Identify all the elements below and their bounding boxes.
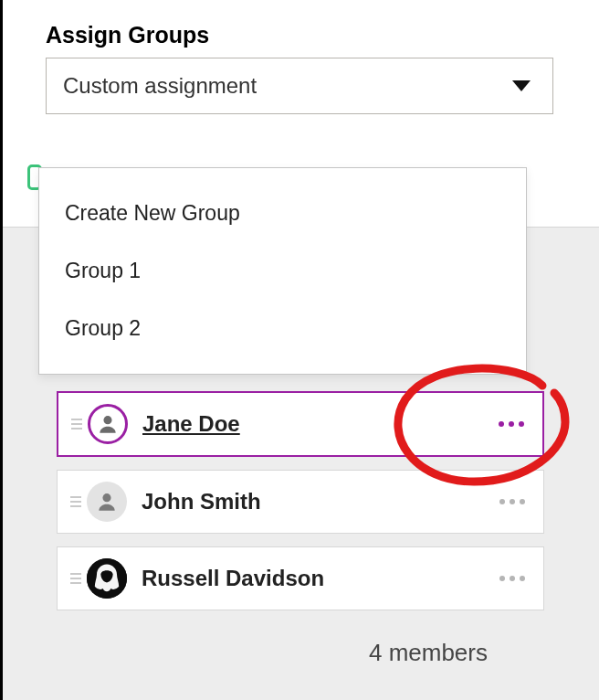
- dropdown-create-new-group[interactable]: Create New Group: [39, 185, 526, 242]
- member-name[interactable]: Jane Doe: [142, 411, 493, 437]
- member-list: Jane Doe John Smith: [57, 391, 544, 623]
- assignment-select-value: Custom assignment: [63, 73, 257, 99]
- top-section: Assign Groups Custom assignment: [0, 0, 599, 114]
- svg-rect-2: [87, 558, 127, 599]
- user-icon: [96, 412, 120, 436]
- section-title: Assign Groups: [46, 22, 553, 48]
- drag-handle-icon[interactable]: [71, 419, 82, 430]
- member-row[interactable]: Jane Doe: [57, 391, 544, 457]
- member-name: Russell Davidson: [142, 566, 494, 591]
- more-options-button[interactable]: [494, 570, 531, 587]
- dot-icon: [510, 499, 515, 504]
- svg-point-0: [103, 416, 111, 424]
- member-name: John Smith: [142, 489, 494, 514]
- member-row[interactable]: Russell Davidson: [57, 546, 544, 610]
- member-row[interactable]: John Smith: [57, 470, 544, 534]
- dot-icon: [520, 576, 525, 581]
- svg-point-3: [101, 573, 105, 577]
- dot-icon: [499, 421, 504, 427]
- avatar: [87, 558, 127, 599]
- dropdown-group-1[interactable]: Group 1: [39, 242, 526, 300]
- svg-point-1: [102, 493, 110, 502]
- dot-icon: [509, 421, 514, 427]
- more-options-button[interactable]: [493, 416, 530, 432]
- chevron-down-icon: [512, 80, 531, 91]
- user-icon: [95, 490, 119, 514]
- group-dropdown[interactable]: Create New Group Group 1 Group 2: [38, 167, 527, 375]
- avatar: [88, 404, 128, 444]
- member-count: 4 members: [57, 639, 488, 667]
- dot-icon: [499, 576, 505, 581]
- avatar: [87, 482, 127, 522]
- drag-handle-icon[interactable]: [70, 573, 81, 584]
- svg-point-4: [110, 573, 113, 577]
- drag-handle-icon[interactable]: [70, 496, 81, 507]
- dot-icon: [510, 576, 515, 581]
- custom-avatar-icon: [87, 558, 127, 599]
- assignment-select[interactable]: Custom assignment: [46, 58, 553, 114]
- dot-icon: [499, 499, 505, 504]
- dot-icon: [519, 421, 524, 427]
- dot-icon: [520, 499, 525, 504]
- more-options-button[interactable]: [494, 493, 531, 510]
- dropdown-group-2[interactable]: Group 2: [39, 300, 526, 357]
